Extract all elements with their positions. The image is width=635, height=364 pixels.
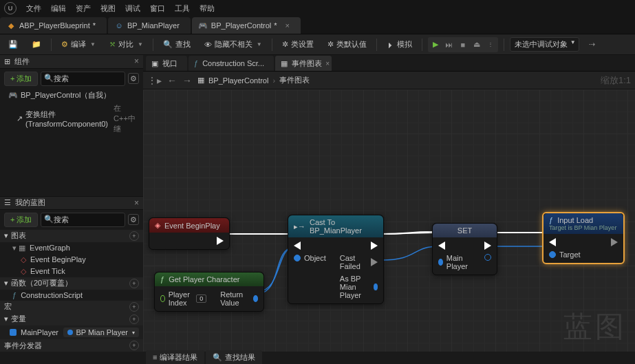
object-pin[interactable]: Object bbox=[294, 254, 326, 262]
browse-button[interactable]: 📁 bbox=[28, 38, 45, 51]
blueprint-icon: ☰ bbox=[4, 198, 11, 207]
my-blueprint-header[interactable]: ☰ 我的蓝图 × bbox=[0, 196, 143, 210]
menu-window[interactable]: 窗口 bbox=[150, 3, 165, 14]
var-in-pin[interactable]: Main Player bbox=[438, 254, 471, 270]
debug-object-select[interactable]: 未选中调试对象▼ bbox=[510, 37, 579, 52]
tab-bp-mianplayer[interactable]: ☺ BP_MianPlayer bbox=[108, 17, 191, 34]
eject-button[interactable]: ⏏ bbox=[471, 39, 483, 51]
exec-in-pin[interactable] bbox=[438, 242, 471, 250]
search-placeholder: 搜索 bbox=[54, 215, 69, 224]
construction-script-item[interactable]: ƒConstructionScript bbox=[0, 290, 143, 301]
add-icon[interactable]: + bbox=[129, 279, 139, 288]
event-tick-item[interactable]: ◇Event Tick bbox=[0, 266, 143, 277]
save-button[interactable]: 💾 bbox=[4, 38, 22, 51]
play-button[interactable]: ▶ bbox=[429, 39, 442, 51]
add-icon[interactable]: + bbox=[129, 314, 139, 324]
menu-view[interactable]: 视图 bbox=[100, 3, 116, 14]
debug-extra-button[interactable]: ⇢ bbox=[585, 38, 599, 51]
diff-button[interactable]: ⤲对比▼ bbox=[105, 37, 147, 52]
menu-edit[interactable]: 编辑 bbox=[51, 3, 66, 14]
eventgraph-item[interactable]: ▾ ▦EventGraph bbox=[0, 242, 143, 254]
components-panel-header[interactable]: ⊞ 组件 × bbox=[0, 55, 143, 69]
tab-find-results[interactable]: 🔍查找结果 bbox=[206, 350, 262, 364]
tab-construction[interactable]: ƒConstruction Scr... bbox=[189, 56, 274, 71]
player-index-pin[interactable]: Player Index0 bbox=[160, 290, 206, 307]
menu-debug[interactable]: 调试 bbox=[125, 3, 140, 14]
exec-out-pin[interactable] bbox=[484, 242, 491, 250]
add-component-button[interactable]: + 添加 bbox=[4, 72, 38, 86]
class-settings-button[interactable]: ✲类设置 bbox=[278, 37, 318, 52]
settings-button[interactable]: ⚙ bbox=[128, 73, 139, 84]
var-type-pill[interactable]: BP Mian Player▾ bbox=[63, 328, 139, 337]
simulate-button[interactable]: ⏵模拟 bbox=[383, 37, 416, 52]
node-subtitle: Target is BP Mian Player bbox=[549, 224, 616, 231]
section-dispatchers[interactable]: 事件分发器+ bbox=[0, 339, 143, 352]
menu-tools[interactable]: 工具 bbox=[175, 3, 190, 14]
nav-fwd-button[interactable]: → bbox=[182, 75, 192, 86]
settings-button[interactable]: ⚙ bbox=[128, 214, 139, 225]
stop-button[interactable]: ■ bbox=[457, 39, 469, 51]
cast-failed-pin[interactable]: Cast Failed bbox=[340, 254, 378, 270]
component-transform[interactable]: ↗ 变换组件 (TransformComponent0) 在C++中继 bbox=[0, 102, 143, 136]
breadcrumb-graph[interactable]: 事件图表 bbox=[279, 75, 310, 85]
tab-viewport[interactable]: ▣视口 bbox=[146, 56, 187, 71]
add-bp-button[interactable]: + 添加 bbox=[4, 213, 38, 227]
bp-search[interactable]: 🔍搜索 bbox=[41, 213, 125, 227]
hide-unrelated-button[interactable]: 👁隐藏不相关▼ bbox=[200, 37, 266, 52]
close-icon[interactable]: × bbox=[134, 56, 139, 66]
add-icon[interactable]: + bbox=[129, 341, 139, 350]
section-label: 宏 bbox=[4, 301, 12, 312]
add-icon[interactable]: + bbox=[129, 231, 139, 241]
node-event-beginplay[interactable]: ◈Event BeginPlay bbox=[149, 217, 230, 250]
var-out-pin[interactable] bbox=[484, 254, 491, 261]
func-icon: ƒ bbox=[194, 59, 198, 67]
close-icon[interactable]: × bbox=[134, 198, 139, 208]
debug-select-label: 未选中调试对象 bbox=[515, 40, 568, 48]
section-variables[interactable]: ▾变量+ bbox=[0, 313, 143, 325]
tab-abp-player[interactable]: ◆ ABP_PlayerBlueprint* bbox=[0, 17, 107, 34]
tick-label: Event Tick bbox=[30, 267, 65, 275]
exec-out-pin[interactable] bbox=[611, 238, 618, 246]
skip-button[interactable]: ⏭ bbox=[443, 39, 455, 51]
add-icon[interactable]: + bbox=[129, 302, 139, 312]
section-graphs[interactable]: ▾图表+ bbox=[0, 230, 143, 242]
target-pin[interactable]: Target bbox=[549, 250, 581, 259]
bottom-tab-bar: ≡编译器结果 🔍查找结果 bbox=[143, 350, 262, 364]
menu-help[interactable]: 帮助 bbox=[200, 3, 215, 14]
exec-out-pin[interactable] bbox=[217, 237, 224, 245]
ue-logo[interactable]: U bbox=[4, 2, 17, 14]
graph-canvas[interactable]: ◈Event BeginPlay ▸→Cast To BP_MianPlayer… bbox=[143, 89, 635, 352]
menu-file[interactable]: 文件 bbox=[26, 3, 41, 14]
index-value[interactable]: 0 bbox=[196, 295, 206, 303]
components-search[interactable]: 🔍搜索 bbox=[41, 72, 125, 86]
section-functions[interactable]: ▾函数（20可覆盖）+ bbox=[0, 277, 143, 290]
variable-mainplayer[interactable]: MainPlayer BP Mian Player▾ bbox=[0, 325, 143, 339]
class-defaults-button[interactable]: ✲类默认值 bbox=[323, 37, 371, 52]
close-icon[interactable]: × bbox=[286, 21, 290, 30]
return-value-pin[interactable]: Return Value bbox=[220, 290, 258, 307]
exec-out-pin[interactable] bbox=[371, 242, 378, 250]
node-set-mainplayer[interactable]: SET Main Player bbox=[432, 223, 497, 275]
tab-compiler-results[interactable]: ≡编译器结果 bbox=[146, 350, 204, 364]
component-root[interactable]: 🎮 BP_PlayerControl（自我） bbox=[0, 89, 143, 102]
section-macros[interactable]: 宏+ bbox=[0, 301, 143, 313]
tab-eventgraph[interactable]: ▦事件图表× bbox=[275, 56, 332, 71]
exec-in-pin[interactable] bbox=[549, 238, 581, 246]
nav-menu-button[interactable]: ⋮▸ bbox=[147, 75, 162, 86]
compile-button[interactable]: ⚙编译▼ bbox=[57, 37, 100, 52]
as-output-pin[interactable]: As BP Mian Player bbox=[340, 275, 378, 299]
close-icon[interactable]: × bbox=[325, 60, 330, 67]
node-cast-to-bpmianplayer[interactable]: ▸→Cast To BP_MianPlayer Object Cast Fail… bbox=[288, 215, 384, 304]
defaults-icon: ✲ bbox=[327, 40, 334, 49]
event-beginplay-item[interactable]: ◇Event BeginPlay bbox=[0, 254, 143, 266]
breadcrumb-class[interactable]: BP_PlayerControl bbox=[208, 76, 268, 85]
my-blueprint-title: 我的蓝图 bbox=[15, 197, 45, 208]
exec-in-pin[interactable] bbox=[294, 242, 326, 250]
play-options[interactable]: ⋮ bbox=[484, 39, 497, 51]
nav-back-button[interactable]: ← bbox=[167, 75, 177, 86]
node-input-load[interactable]: ƒInput Load Target is BP Mian Player Tar… bbox=[542, 212, 625, 264]
find-button[interactable]: 🔍查找 bbox=[159, 37, 195, 52]
tab-bp-playercontrol[interactable]: 🎮 BP_PlayerControl* × bbox=[192, 17, 301, 34]
menu-asset[interactable]: 资产 bbox=[76, 3, 91, 14]
node-get-player-character[interactable]: ƒGet Player Character Player Index0 Retu… bbox=[154, 272, 264, 312]
